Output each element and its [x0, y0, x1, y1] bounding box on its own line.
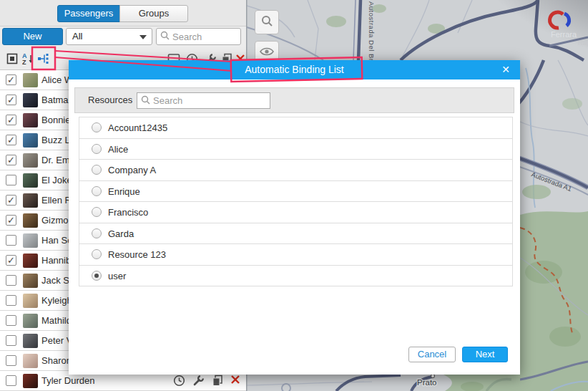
row-actions — [173, 375, 240, 390]
svg-text:Z: Z — [22, 59, 26, 65]
row-checkbox[interactable] — [6, 235, 16, 246]
row-checkbox[interactable] — [6, 175, 16, 185]
avatar — [23, 113, 38, 127]
modal-toolbar: Resources — [74, 87, 514, 113]
automatic-binding-modal: Automatic Binding List ✕ Resources Accou… — [69, 60, 520, 375]
row-checkbox[interactable] — [6, 135, 16, 145]
avatar — [23, 133, 38, 148]
resource-row[interactable]: Resource 123 — [79, 244, 513, 266]
row-checkbox[interactable] — [6, 355, 16, 366]
avatar — [23, 294, 38, 308]
avatar — [23, 274, 38, 288]
map-label-city-partial: Rag — [578, 39, 588, 47]
resource-row[interactable]: Garda — [79, 223, 513, 245]
avatar — [23, 193, 38, 208]
modal-search-input[interactable] — [153, 95, 266, 106]
resource-row[interactable]: user — [79, 266, 513, 287]
auto-binding-icon[interactable] — [37, 52, 50, 65]
resource-row[interactable]: Enrique — [79, 181, 513, 203]
modal-title: Automatic Binding List — [69, 60, 520, 79]
resource-row[interactable]: Francisco — [79, 202, 513, 223]
row-checkbox[interactable] — [6, 74, 16, 85]
map-label-highway-vertical: Autostrada Del Bre — [368, 1, 376, 65]
app-window: Autostrada Del Bre Autostrada A1 Prato — [0, 0, 588, 391]
wrench-icon[interactable] — [192, 375, 205, 390]
avatar — [23, 213, 38, 228]
tab-groups[interactable]: Groups — [119, 5, 188, 22]
row-checkbox[interactable] — [6, 335, 16, 346]
new-button[interactable]: New — [2, 28, 63, 45]
radio-button[interactable] — [92, 165, 102, 175]
sort-az-icon[interactable]: AZ — [22, 52, 35, 65]
search-icon — [160, 30, 170, 43]
avatar — [23, 334, 38, 348]
resource-row[interactable]: Alice — [79, 139, 513, 160]
panel-actions-row: New All — [0, 26, 246, 47]
resource-list: Account12435 Alice Company A Enrique Fra… — [79, 117, 513, 286]
radio-button[interactable] — [92, 122, 102, 132]
resources-label: Resources — [88, 95, 132, 105]
panel-tabs: Passengers Groups — [0, 0, 246, 26]
select-all-icon[interactable] — [6, 52, 19, 65]
tab-passengers[interactable]: Passengers — [57, 5, 120, 22]
avatar — [23, 173, 38, 188]
row-checkbox[interactable] — [6, 115, 16, 125]
map-search-button[interactable] — [255, 10, 279, 34]
avatar — [23, 93, 38, 107]
resource-row[interactable]: Company A — [79, 160, 513, 181]
panel-search-box — [156, 28, 241, 45]
row-checkbox[interactable] — [6, 215, 16, 226]
row-checkbox[interactable] — [6, 375, 16, 386]
copy-icon[interactable] — [212, 375, 223, 390]
map-label-town: Prato — [417, 378, 437, 387]
row-checkbox[interactable] — [6, 275, 16, 286]
modal-search-box — [137, 92, 270, 109]
row-checkbox[interactable] — [6, 155, 16, 165]
row-checkbox[interactable] — [6, 255, 16, 266]
eye-icon — [260, 47, 274, 59]
chevron-down-icon — [139, 35, 147, 39]
radio-button[interactable] — [92, 186, 102, 196]
radio-button[interactable] — [92, 207, 102, 217]
close-icon[interactable]: ✕ — [501, 60, 510, 79]
panel-search-input[interactable] — [172, 32, 237, 42]
next-button[interactable]: Next — [462, 347, 508, 362]
resource-row[interactable]: Account12435 — [79, 117, 513, 139]
avatar — [23, 233, 38, 248]
radio-button[interactable] — [92, 144, 102, 154]
delete-icon[interactable] — [230, 375, 240, 390]
row-checkbox[interactable] — [6, 195, 16, 206]
radio-button[interactable] — [92, 228, 102, 238]
avatar — [23, 73, 38, 87]
filter-dropdown[interactable]: All — [66, 28, 152, 45]
clock-icon[interactable] — [173, 375, 185, 390]
avatar — [23, 314, 38, 328]
search-icon — [260, 14, 273, 30]
cancel-button[interactable]: Cancel — [408, 347, 456, 362]
avatar — [23, 354, 38, 368]
avatar — [23, 254, 38, 268]
modal-header: Automatic Binding List ✕ — [69, 60, 520, 79]
radio-button[interactable] — [92, 249, 102, 259]
row-checkbox[interactable] — [6, 95, 16, 105]
row-checkbox[interactable] — [6, 295, 16, 306]
avatar — [23, 153, 38, 168]
row-checkbox[interactable] — [6, 315, 16, 326]
avatar — [23, 374, 38, 388]
map-label-city: Ferrara — [551, 30, 577, 39]
radio-button[interactable] — [92, 271, 102, 281]
search-icon — [141, 95, 150, 107]
filter-dropdown-value: All — [72, 31, 82, 42]
